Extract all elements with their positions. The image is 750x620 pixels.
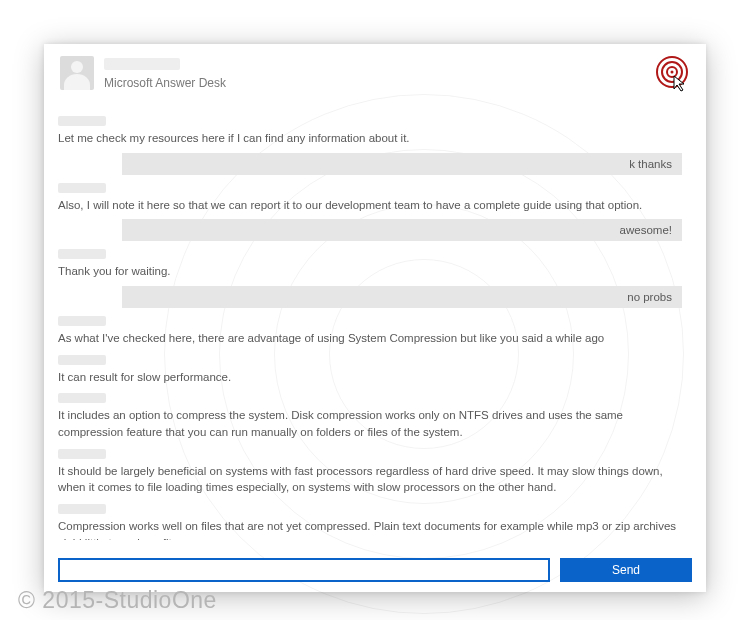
user-message-row: awesome!: [58, 219, 682, 241]
timestamp-redacted: [58, 449, 106, 459]
avatar: [60, 56, 94, 90]
chat-scroll-area[interactable]: Let me check my resources here if I can …: [58, 108, 692, 540]
timestamp-redacted: [58, 316, 106, 326]
target-cursor-icon: [652, 54, 692, 94]
svg-point-3: [671, 71, 674, 74]
user-message-row: no probs: [58, 286, 682, 308]
agent-message: Thank you for waiting.: [58, 263, 682, 280]
agent-message: It can result for slow performance.: [58, 369, 682, 386]
agent-subtitle: Microsoft Answer Desk: [104, 76, 226, 90]
agent-message: Let me check my resources here if I can …: [58, 130, 682, 147]
timestamp-redacted: [58, 355, 106, 365]
user-message: k thanks: [122, 153, 682, 175]
agent-message: It includes an option to compress the sy…: [58, 407, 682, 440]
user-message-row: k thanks: [58, 153, 682, 175]
timestamp-redacted: [58, 116, 106, 126]
chat-header: Microsoft Answer Desk: [44, 44, 706, 98]
timestamp-redacted: [58, 504, 106, 514]
user-message: awesome!: [122, 219, 682, 241]
agent-message: Compression works well on files that are…: [58, 518, 682, 540]
timestamp-redacted: [58, 183, 106, 193]
header-text: Microsoft Answer Desk: [104, 56, 226, 90]
agent-message: Also, I will note it here so that we can…: [58, 197, 682, 214]
chat-footer: Send: [58, 558, 692, 582]
timestamp-redacted: [58, 249, 106, 259]
agent-name-redacted: [104, 58, 180, 70]
agent-message: As what I've checked here, there are adv…: [58, 330, 682, 347]
user-message: no probs: [122, 286, 682, 308]
watermark-text: © 2015-StudioOne: [18, 587, 217, 614]
message-input[interactable]: [58, 558, 550, 582]
agent-message: It should be largely beneficial on syste…: [58, 463, 682, 496]
send-button[interactable]: Send: [560, 558, 692, 582]
chat-panel: Microsoft Answer Desk Let me check my re…: [44, 44, 706, 592]
timestamp-redacted: [58, 393, 106, 403]
